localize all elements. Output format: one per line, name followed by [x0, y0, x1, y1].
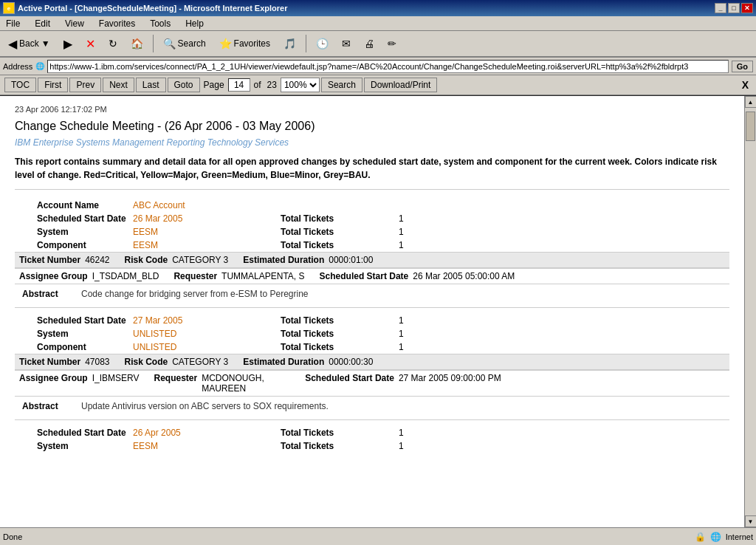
print-button[interactable]: 🖨 [359, 35, 379, 52]
s1r3-label: Component [15, 240, 133, 250]
print-icon: 🖨 [364, 38, 374, 49]
close-button[interactable]: ✕ [741, 3, 753, 13]
s1r1-label: Scheduled Start Date [15, 213, 133, 224]
menu-bar: File Edit View Favorites Tools Help [0, 16, 756, 31]
s2r3-rlabel: Total Tickets [281, 342, 399, 352]
s2r2-label: System [15, 329, 133, 339]
menu-view[interactable]: View [62, 17, 87, 30]
abstract-label-1: Abstract [22, 289, 81, 299]
s1r2-rlabel: Total Tickets [281, 227, 399, 237]
assignee-group-value-2: I_IBMSERV [92, 373, 140, 394]
ticket-row-1: Ticket Number 46242 Risk Code CATEGORY 3… [15, 252, 729, 268]
scroll-thumb[interactable] [746, 112, 755, 141]
go-button[interactable]: Go [732, 61, 753, 72]
start-date-label-1: Scheduled Start Date [320, 271, 409, 281]
search-doc-button[interactable]: Search [321, 78, 362, 92]
s1r3-rlabel: Total Tickets [281, 240, 399, 250]
history-icon: 🕒 [316, 38, 329, 49]
stop-button[interactable]: ✕ [80, 34, 100, 54]
total-pages: 23 [267, 80, 277, 90]
s3r1-label: Scheduled Start Date [15, 428, 133, 438]
duration-label: Estimated Duration [243, 255, 324, 265]
download-button[interactable]: Download/Print [364, 78, 437, 92]
main-area: 23 Apr 2006 12:17:02 PM Change Schedule … [0, 96, 756, 527]
scroll-track[interactable] [745, 108, 756, 515]
back-icon: ◀ [8, 37, 17, 51]
s1r1-rlabel: Total Tickets [281, 213, 399, 224]
s2r3-label: Component [15, 342, 133, 352]
scroll-down-button[interactable]: ▼ [745, 515, 757, 527]
search-button[interactable]: 🔍 Search [158, 35, 211, 52]
section1-row2: System EESM Total Tickets 1 [15, 225, 729, 239]
edit-button[interactable]: ✏ [382, 35, 402, 52]
s1r3-value: EESM [133, 240, 281, 250]
risk-code-value: CATEGORY 3 [172, 255, 228, 265]
abstract-value-2: Update Antivirus version on ABC servers … [81, 401, 329, 411]
s1r2-label: System [15, 227, 133, 237]
requester-value: TUMMALAPENTA, S [221, 271, 304, 281]
first-button[interactable]: First [38, 78, 68, 92]
menu-help[interactable]: Help [182, 17, 207, 30]
s3r1-rvalue: 1 [399, 428, 404, 438]
close-doc-button[interactable]: X [739, 79, 752, 91]
assignee-group-value: I_TSDADM_BLD [92, 271, 159, 281]
section-2: Scheduled Start Date 27 Mar 2005 Total T… [15, 314, 729, 414]
status-text: Done [3, 532, 689, 541]
s2r2-rlabel: Total Tickets [281, 329, 399, 339]
home-button[interactable]: 🏠 [126, 35, 148, 52]
toc-button[interactable]: TOC [4, 78, 36, 92]
menu-file[interactable]: File [3, 17, 23, 30]
favorites-icon: ⭐ [219, 38, 232, 49]
minimize-button[interactable]: _ [715, 3, 726, 13]
status-right: 🔒 🌐 Internet [695, 532, 753, 542]
last-button[interactable]: Last [136, 78, 166, 92]
requester-value-2: MCDONOUGH, MAUREEN [202, 373, 290, 394]
ticket-number-value-2: 47083 [85, 357, 109, 367]
doc-description: This report contains summary and detail … [15, 155, 729, 190]
s1r2-rvalue: 1 [399, 227, 404, 237]
stop-icon: ✕ [86, 37, 95, 51]
s2r3-rvalue: 1 [399, 342, 404, 352]
duration-value: 0000:01:00 [329, 255, 373, 265]
media-button[interactable]: 🎵 [278, 35, 301, 52]
menu-favorites[interactable]: Favorites [96, 17, 138, 30]
s3r2-value: EESM [133, 441, 281, 451]
internet-zone-label: Internet [726, 532, 753, 541]
address-input[interactable] [47, 60, 728, 73]
next-button[interactable]: Next [103, 78, 134, 92]
back-button[interactable]: ◀ Back ▼ [3, 34, 55, 54]
s3r2-label: System [15, 441, 133, 451]
refresh-button[interactable]: ↻ [103, 35, 123, 52]
status-bar: Done 🔒 🌐 Internet [0, 527, 756, 545]
start-date-label-2: Scheduled Start Date [305, 373, 394, 394]
history-button[interactable]: 🕒 [311, 35, 334, 52]
requester-label-2: Requester [154, 373, 198, 394]
content-scroll[interactable]: 23 Apr 2006 12:17:02 PM Change Schedule … [0, 96, 744, 527]
divider-2 [15, 419, 729, 420]
s1r1-rvalue: 1 [399, 213, 404, 224]
section-3: Scheduled Start Date 26 Apr 2005 Total T… [15, 426, 729, 453]
account-name-value: ABC Account [133, 200, 185, 210]
mail-button[interactable]: ✉ [337, 35, 356, 52]
section2-row1: Scheduled Start Date 27 Mar 2005 Total T… [15, 314, 729, 327]
prev-button[interactable]: Prev [69, 78, 101, 92]
doc-toolbar: TOC First Prev Next Last Goto Page of 23… [0, 75, 756, 96]
zoom-select[interactable]: 100% 50% 75% 125% 150% [281, 78, 320, 92]
goto-button[interactable]: Goto [168, 78, 200, 92]
menu-tools[interactable]: Tools [147, 17, 173, 30]
divider-1 [15, 307, 729, 308]
menu-edit[interactable]: Edit [32, 17, 53, 30]
scroll-up-button[interactable]: ▲ [745, 96, 757, 108]
abstract-row-2: Abstract Update Antivirus version on ABC… [15, 397, 729, 414]
vertical-scrollbar[interactable]: ▲ ▼ [744, 96, 756, 527]
abstract-label-2: Abstract [22, 401, 81, 411]
maximize-button[interactable]: □ [728, 3, 740, 13]
page-input[interactable] [228, 78, 250, 92]
start-date-value-1: 26 Mar 2005 05:00:00 AM [413, 271, 515, 281]
address-bar: Address 🌐 Go [0, 58, 756, 75]
doc-title: Change Schedule Meeting - (26 Apr 2006 -… [15, 120, 729, 133]
doc-timestamp: 23 Apr 2006 12:17:02 PM [15, 105, 729, 114]
s2r2-rvalue: 1 [399, 329, 404, 339]
favorites-button[interactable]: ⭐ Favorites [214, 35, 275, 52]
forward-button[interactable]: ▶ [58, 34, 78, 54]
